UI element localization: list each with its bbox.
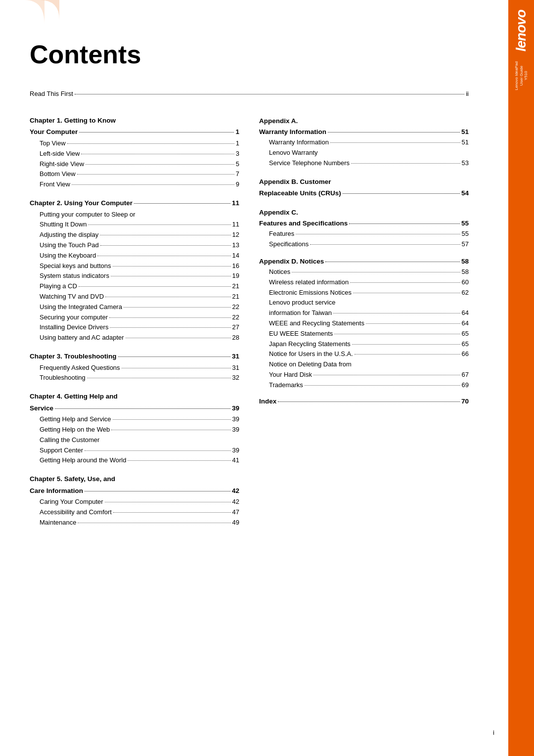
sub-tv-dvd: Watching TV and DVD [40,292,104,302]
sub-touchpad: Using the Touch Pad [40,240,99,251]
ch2-page: 11 [232,198,239,209]
chapter-1: Chapter 1. Getting to Know Your Computer… [30,115,239,190]
appendix-a: Appendix A. Warranty Information 51 Warr… [259,114,469,169]
ch1-title: Chapter 1. Getting to Know [30,115,116,126]
ch3-subentries: Frequently Asked Questions31 Troubleshoo… [30,363,239,384]
sub-calling: Calling the Customer [40,435,99,445]
sub-status-indicators: System status indicators [40,271,109,281]
appendix-b: Appendix B. Customer Replaceable Units (… [259,175,469,198]
sub-japan-recycling: Japan Recycling Statements [269,339,351,350]
ch1-dots [79,132,234,133]
read-first-page: ii [466,89,469,99]
ch5-page: 42 [232,486,239,496]
sub-keyboard: Using the Keyboard [40,251,96,261]
appC-label: Appendix C. [259,209,298,216]
sub-caring: Caring Your Computer [40,497,103,507]
sub-lenovo-product: Lenovo product service [269,298,335,308]
sub-drivers: Installing Device Drivers [40,322,108,333]
appB-page: 54 [461,188,469,199]
appC-page: 55 [461,218,469,229]
appB-title: Replaceable Units (CRUs) [259,188,341,199]
appC-title: Features and Specifications [259,218,348,229]
appB-label: Appendix B. Customer [259,178,331,185]
appA-label: Appendix A. [259,117,298,125]
sub-shutdown: Shutting It Down [40,220,87,230]
toc-container: Chapter 1. Getting to Know Your Computer… [30,107,469,528]
page-number: i [493,729,494,736]
sub-eu-weee: EU WEEE Statements [269,329,333,339]
sub-warranty-info: Warranty Information [269,137,329,148]
appA-subentries: Warranty Information51 Lenovo Warranty S… [259,137,469,168]
toc-read-first: Read This First ii [30,89,469,99]
sub-hard-disk: Your Hard Disk [269,370,312,380]
chapter-2: Chapter 2. Using Your Computer 11 Puttin… [30,198,239,343]
sub-help-web: Getting Help on the Web [40,425,110,435]
ch2-dots [134,203,230,204]
read-first-title: Read This First [30,89,73,99]
ch5-subentries: Caring Your Computer42 Accessibility and… [30,497,239,528]
sub-features: Features [269,229,294,239]
sub-trademarks: Trademarks [269,380,303,391]
ch3-page: 31 [232,351,239,362]
top-decoration [0,0,59,59]
sub-specifications: Specifications [269,239,309,250]
appA-title: Warranty Information [259,127,326,137]
index-page: 70 [461,398,469,405]
sub-battery: Using battery and AC adapter [40,333,124,343]
brand-logo: lenovo [513,10,529,51]
sub-playing-cd: Playing a CD [40,281,77,292]
ch3-dots [118,356,230,357]
ch4-dots [55,408,230,409]
sub-notices: Notices [269,267,290,277]
sub-top-view: Top View [40,138,66,149]
sub-wireless: Wireless related information [269,277,349,288]
sub-support-center: Support Center [40,445,83,456]
ch1-page: 1 [235,127,239,137]
index-entry: Index 70 [259,398,469,405]
sub-front-view: Front View [40,179,70,190]
toc-left: Chapter 1. Getting to Know Your Computer… [30,107,239,528]
appC-subentries: Features55 Specifications57 [259,229,469,250]
index-label: Index [259,398,276,405]
sub-maintenance: Maintenance [40,518,76,528]
sub-lenovo-warranty: Lenovo Warranty [269,148,318,158]
ch4-page: 39 [232,403,239,414]
sidebar: lenovo Lenovo IdeaPad User Guide Y510 [508,0,534,756]
chapter-3: Chapter 3. Troubleshooting 31 Frequently… [30,351,239,383]
sub-bottom-view: Bottom View [40,169,76,179]
sub-help-world: Getting Help around the World [40,455,126,466]
sub-special-keys: Special keys and buttons [40,261,111,271]
product-label: Lenovo IdeaPad User Guide Y510 [514,61,529,90]
sub-notice-deleting: Notice on Deleting Data from [269,359,352,370]
sub-troubleshooting: Troubleshooting [40,373,86,383]
appendix-d: Appendix D. Notices 58 Notices58 Wireles… [259,256,469,390]
ch2-title: Chapter 2. Using Your Computer [30,198,133,209]
ch5-title: Chapter 5. Safety, Use, and [30,474,115,485]
sub-sleep: Putting your computer to Sleep or [40,210,135,220]
sub-notice-usa: Notice for Users in the U.S.A. [269,349,353,359]
chapter-4: Chapter 4. Getting Help and Service 39 G… [30,391,239,466]
appD-label: Appendix D. Notices [259,256,324,267]
sub-accessibility: Accessibility and Comfort [40,507,112,518]
sub-left-side: Left-side View [40,149,80,159]
ch5-title2: Care Information [30,486,83,496]
ch1-title2: Your Computer [30,127,78,137]
ch5-dots [85,491,230,491]
sub-service-phone: Service Telephone Numbers [269,158,350,169]
ch4-subentries: Getting Help and Service39 Getting Help … [30,414,239,466]
toc-right: Appendix A. Warranty Information 51 Warr… [259,107,469,405]
sub-electronic-emissions: Electronic Emissions Notices [269,288,352,298]
page-title: Contents [30,40,469,69]
ch1-subentries: Top View1 Left-side View3 Right-side Vie… [30,138,239,190]
sub-weee: WEEE and Recycling Statements [269,318,364,329]
appA-page: 51 [461,127,469,137]
ch2-subentries: Putting your computer to Sleep or Shutti… [30,210,239,343]
sub-help-service: Getting Help and Service [40,414,111,425]
sub-display: Adjusting the display [40,230,98,240]
chapter-5: Chapter 5. Safety, Use, and Care Informa… [30,474,239,528]
appendix-c: Appendix C. Features and Specifications … [259,206,469,250]
appD-page: 58 [461,256,469,267]
sub-taiwan: information for Taiwan [269,308,332,318]
sub-faq: Frequently Asked Questions [40,363,120,373]
ch4-title2: Service [30,403,53,414]
